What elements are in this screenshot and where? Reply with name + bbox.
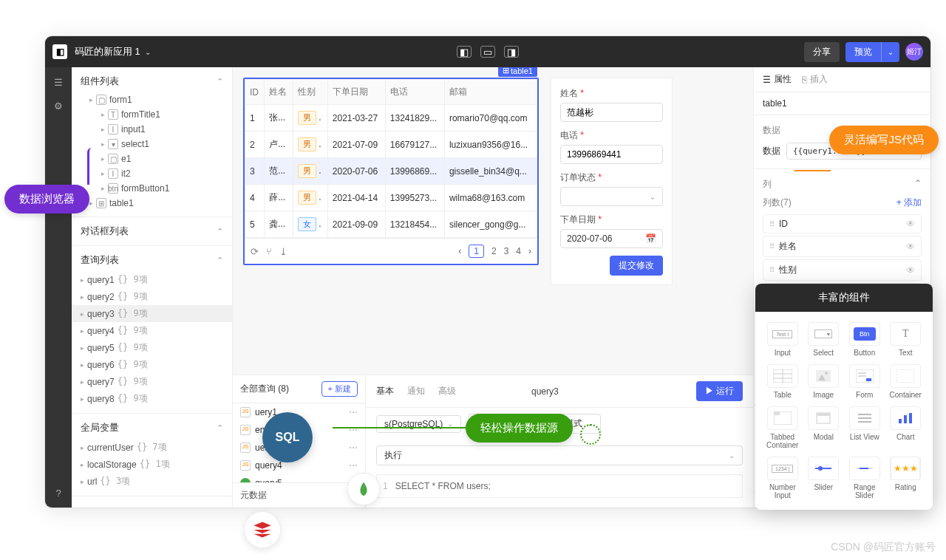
table-row[interactable]: 3范...男 .2020-07-0613996869...gisselle_bi… [245, 158, 537, 185]
trigger-select[interactable]: 执行⌄ [376, 445, 743, 465]
globals-header[interactable]: 全局变量⌃ [72, 418, 232, 437]
tab-advanced[interactable]: 高级 [438, 385, 456, 397]
refresh-icon[interactable]: ⟳ [251, 246, 259, 257]
query-tree-item[interactable]: ▸query4 {} 9项 [72, 322, 232, 339]
dialogs-header[interactable]: 对话框列表⌃ [72, 222, 232, 241]
query-tree-item[interactable]: ▸query5 {} 9项 [72, 339, 232, 356]
tree-item[interactable]: ▸⊞table1 [72, 196, 232, 211]
tab-notify[interactable]: 通知 [407, 385, 425, 397]
prev-page[interactable]: ‹ [458, 246, 461, 256]
global-item[interactable]: ▸url {} 3项 [72, 473, 232, 490]
tree-item[interactable]: ▸TformTitle1 [72, 107, 232, 122]
new-query-button[interactable]: + 新建 [321, 381, 358, 397]
query-tree-item[interactable]: ▸query8 {} 9项 [72, 390, 232, 407]
query-tree-item[interactable]: ▸query6 {} 9项 [72, 356, 232, 373]
eye-icon[interactable]: 👁 [906, 242, 915, 252]
column-header[interactable]: 性别 [293, 80, 327, 105]
palette-item[interactable]: Image [804, 361, 844, 402]
tablet-icon[interactable]: ▭ [480, 46, 495, 58]
svg-rect-20 [904, 415, 907, 423]
query-tree-item[interactable]: ▸query3 {} 9项 [72, 305, 232, 322]
page-4[interactable]: 4 [516, 246, 521, 256]
date-input[interactable]: 2020-07-06📅 [560, 229, 663, 248]
palette-item[interactable]: Slider [804, 454, 844, 502]
query-tree-item[interactable]: ▸query1 {} 9项 [72, 271, 232, 288]
tab-attributes[interactable]: ☰ 属性 [763, 73, 792, 86]
metadata-header[interactable]: 元数据⌃ [233, 482, 365, 508]
tab-basic[interactable]: 基本 [376, 385, 394, 397]
page-3[interactable]: 3 [504, 246, 509, 256]
left-rail: ☰ ⚙ ? [45, 67, 72, 508]
palette-item[interactable]: ▾Select [804, 319, 844, 360]
palette-item[interactable]: Container [886, 361, 926, 402]
column-config-row[interactable]: ⠿ID👁 [763, 214, 922, 233]
eye-icon[interactable]: 👁 [906, 219, 915, 229]
columns-section[interactable]: 列⌃ [763, 175, 922, 194]
column-config-row[interactable]: ⠿姓名👁 [763, 236, 922, 257]
queries-header[interactable]: 查询列表⌃ [72, 250, 232, 270]
canvas[interactable]: ⊞ table1 ID姓名性别下单日期电话邮箱 1张...男 .2021-03-… [233, 67, 753, 375]
status-select[interactable]: ⌄ [560, 187, 663, 206]
tree-item[interactable]: ▸Iinput1 [72, 122, 232, 137]
palette-item[interactable]: List View [845, 403, 885, 452]
filter-icon[interactable]: ⑂ [266, 246, 272, 257]
help-icon[interactable]: ? [51, 485, 66, 500]
query-item[interactable]: query5⋯ [233, 474, 365, 482]
mobile-icon[interactable]: ◨ [504, 46, 519, 58]
global-item[interactable]: ▸localStorage {} 1项 [72, 456, 232, 473]
page-2[interactable]: 2 [491, 246, 497, 256]
form-component[interactable]: 姓名 * 电话 * 订单状态 * ⌄ 下单日期 * 2020-07-06📅 提交… [551, 78, 673, 285]
column-header[interactable]: ID [245, 80, 265, 105]
tree-item[interactable]: ▸▢form1 [72, 92, 232, 107]
code-editor[interactable]: 1SELECT * FROM users; [376, 474, 743, 498]
column-config-row[interactable]: ⠿性别👁 [763, 259, 922, 281]
palette-item[interactable]: 1234 |Number Input [763, 454, 803, 502]
tel-input[interactable] [560, 145, 663, 164]
share-button[interactable]: 分享 [804, 42, 840, 62]
column-header[interactable]: 姓名 [265, 80, 293, 105]
palette-item[interactable]: ★★★Rating [886, 454, 926, 502]
gear-icon[interactable]: ⚙ [51, 98, 66, 113]
status-label: 订单状态 * [560, 171, 663, 184]
query-tree-item[interactable]: ▸query7 {} 9项 [72, 373, 232, 390]
avatar[interactable]: 姬汀 [905, 43, 923, 61]
palette-item[interactable]: TText [886, 319, 926, 360]
table-row[interactable]: 4薛...男 .2021-04-1413995273...wilma68@163… [245, 185, 537, 211]
table-component[interactable]: ⊞ table1 ID姓名性别下单日期电话邮箱 1张...男 .2021-03-… [243, 78, 539, 265]
download-icon[interactable]: ⤓ [279, 246, 287, 257]
palette-item[interactable]: Chart [886, 403, 926, 452]
palette-item[interactable]: BtnButton [845, 319, 885, 360]
next-page[interactable]: › [528, 246, 531, 256]
preview-button[interactable]: 预览 [845, 42, 881, 62]
preview-dropdown[interactable]: ⌄ [881, 42, 899, 62]
page-1[interactable]: 1 [469, 245, 484, 258]
datasource-select[interactable]: s(PostgreSQL)⌄ [376, 415, 461, 433]
table-row[interactable]: 2卢...男 .2021-07-0916679127...luzixuan935… [245, 132, 537, 158]
palette-item[interactable]: Range Slider [845, 454, 885, 502]
palette-item[interactable]: Tabbed Container [763, 403, 803, 452]
column-header[interactable]: 邮箱 [444, 80, 537, 105]
palette-item[interactable]: Table [763, 361, 803, 402]
add-column[interactable]: + 添加 [896, 197, 922, 209]
table-row[interactable]: 5龚...女 .2021-09-0913218454...silencer_go… [245, 211, 537, 238]
palette-item[interactable]: Form [845, 361, 885, 402]
query-tree-item[interactable]: ▸query2 {} 9项 [72, 288, 232, 305]
column-header[interactable]: 下单日期 [327, 80, 385, 105]
submit-button[interactable]: 提交修改 [610, 256, 663, 276]
tree-icon[interactable]: ☰ [51, 75, 66, 89]
add-event[interactable]: + 添加 [401, 507, 426, 508]
column-header[interactable]: 电话 [385, 80, 444, 105]
app-title[interactable]: 码匠的新应用 1 ⌄ [75, 45, 151, 58]
global-item[interactable]: ▸currentUser {} 7项 [72, 439, 232, 456]
callout-js-code: 灵活编写JS代码 [829, 126, 939, 154]
query-name: query3 [531, 386, 559, 397]
desktop-icon[interactable]: ◧ [457, 46, 472, 58]
name-input[interactable] [560, 103, 663, 122]
eye-icon[interactable]: 👁 [906, 265, 915, 276]
tab-insert[interactable]: ⎘ 插入 [802, 73, 828, 86]
palette-item[interactable]: Modal [804, 403, 844, 452]
palette-item[interactable]: Text IInput [763, 319, 803, 360]
table-row[interactable]: 1张...男 .2021-03-2713241829...romario70@q… [245, 105, 537, 132]
run-button[interactable]: ▶ 运行 [696, 381, 743, 401]
components-header[interactable]: 组件列表⌃ [72, 72, 232, 91]
